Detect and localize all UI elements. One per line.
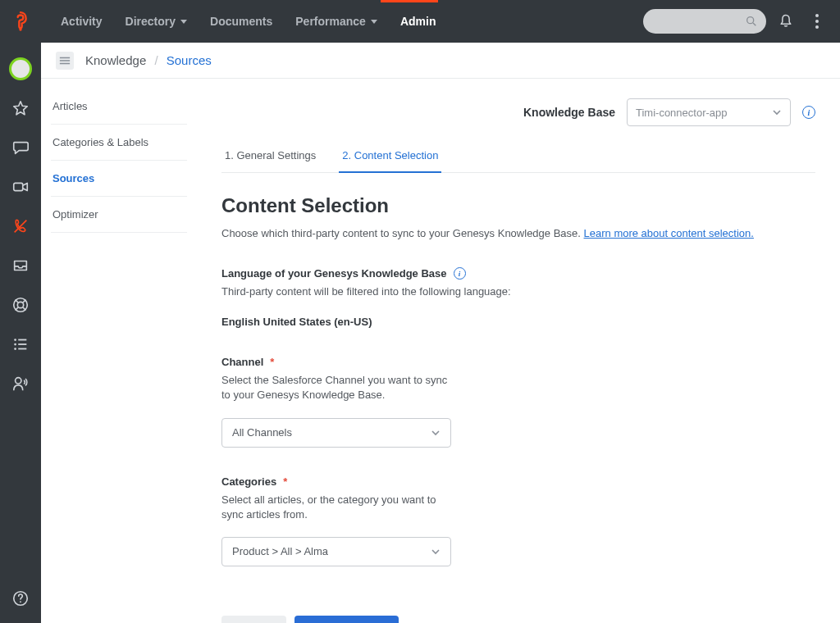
language-section: Language of your Genesys Knowledge Base …	[221, 267, 681, 328]
sidenav-articles[interactable]: Articles	[51, 89, 187, 125]
rail-list[interactable]	[6, 330, 35, 359]
rail-support[interactable]	[6, 290, 35, 320]
video-icon	[11, 178, 30, 196]
lifebuoy-icon	[11, 296, 30, 314]
tabs: 1. General Settings 2. Content Selection	[221, 139, 815, 173]
nav-label: Directory	[126, 15, 176, 28]
inbox-icon	[11, 257, 30, 275]
rail-person-voice[interactable]	[6, 369, 35, 398]
update-source-button[interactable]: Update Source	[294, 616, 399, 623]
chevron-down-icon	[180, 20, 187, 24]
sidenav-categories-labels[interactable]: Categories & Labels	[51, 125, 187, 161]
sidenav-toggle[interactable]	[56, 52, 74, 70]
channel-value: All Channels	[232, 426, 292, 439]
top-nav: Activity Directory Documents Performance…	[49, 0, 447, 43]
required-indicator: *	[283, 475, 287, 488]
rail-chat[interactable]	[6, 133, 35, 162]
categories-section: Categories * Select all articles, or the…	[221, 475, 681, 566]
svg-point-6	[17, 302, 23, 307]
required-indicator: *	[270, 356, 274, 368]
kb-row: Knowledge Base Timi-connector-app i	[221, 79, 815, 134]
sidenav-optimizer[interactable]: Optimizer	[51, 197, 187, 233]
svg-point-0	[19, 28, 21, 30]
rail-help[interactable]	[6, 584, 35, 613]
list-icon	[11, 335, 30, 353]
channel-label: Channel *	[221, 356, 681, 368]
chevron-down-icon	[772, 107, 782, 117]
subtext-text: Choose which third-party content to sync…	[221, 227, 584, 239]
nav-label: Admin	[400, 15, 436, 28]
tab-general-settings[interactable]: 1. General Settings	[221, 139, 319, 173]
label-text: Language of your Genesys Knowledge Base	[221, 267, 447, 280]
svg-rect-3	[14, 183, 23, 190]
svg-point-13	[14, 348, 16, 350]
categories-value: Product > All > Alma	[232, 545, 328, 557]
rail-inbox[interactable]	[6, 251, 35, 280]
page: Knowledge Base Timi-connector-app i 1. G…	[197, 79, 840, 623]
chevron-down-icon	[431, 428, 441, 438]
kb-select[interactable]: Timi-connector-app	[627, 98, 791, 126]
svg-point-12	[14, 343, 16, 346]
breadcrumb-sep: /	[154, 53, 158, 67]
page-title: Content Selection	[221, 194, 815, 217]
svg-point-17	[16, 378, 21, 384]
cancel-button[interactable]: Cancel	[221, 616, 286, 623]
rail-phone-off[interactable]	[6, 211, 35, 241]
left-rail	[0, 43, 41, 623]
more-menu-button[interactable]	[806, 10, 829, 33]
bell-icon	[778, 13, 794, 30]
channel-select[interactable]: All Channels	[221, 418, 451, 448]
categories-help: Select all articles, or the category you…	[221, 493, 451, 522]
rail-favorites[interactable]	[6, 93, 35, 123]
svg-point-11	[14, 339, 16, 341]
chat-icon	[11, 139, 30, 157]
nav-admin[interactable]: Admin	[389, 0, 448, 43]
phone-off-icon	[11, 217, 30, 235]
sidenav-sources[interactable]: Sources	[51, 161, 187, 197]
learn-more-link[interactable]: Learn more about content selection.	[584, 227, 754, 239]
language-value: English United States (en-US)	[221, 316, 681, 328]
breadcrumb: Knowledge / Sources	[85, 53, 212, 67]
channel-help: Select the Salesforce Channel you want t…	[221, 373, 451, 402]
avatar[interactable]	[6, 54, 35, 84]
main: Knowledge / Sources Articles Categories …	[41, 43, 840, 623]
language-info-button[interactable]: i	[454, 267, 466, 280]
breadcrumb-root[interactable]: Knowledge	[85, 53, 146, 67]
label-text: Channel	[221, 356, 263, 368]
chevron-down-icon	[371, 20, 377, 24]
nav-activity[interactable]: Activity	[49, 0, 114, 43]
tab-content-selection[interactable]: 2. Content Selection	[339, 139, 441, 173]
chevron-down-icon	[431, 547, 441, 557]
language-label: Language of your Genesys Knowledge Base …	[221, 267, 681, 280]
svg-line-2	[753, 23, 756, 25]
help-icon	[11, 589, 30, 607]
nav-performance[interactable]: Performance	[284, 0, 389, 43]
nav-documents[interactable]: Documents	[199, 0, 284, 43]
info-icon: i	[459, 270, 461, 278]
person-voice-icon	[11, 375, 30, 393]
svg-point-1	[747, 17, 754, 24]
hamburger-icon	[59, 56, 71, 66]
nav-label: Activity	[61, 15, 103, 28]
nav-directory[interactable]: Directory	[114, 0, 199, 43]
star-icon	[11, 99, 30, 117]
brand-logo[interactable]	[0, 10, 41, 33]
notifications-button[interactable]	[774, 10, 797, 33]
breadcrumb-bar: Knowledge / Sources	[41, 43, 840, 79]
categories-select[interactable]: Product > All > Alma	[221, 537, 451, 566]
kb-value: Timi-connector-app	[636, 107, 728, 119]
nav-label: Performance	[295, 15, 366, 28]
info-icon: i	[808, 108, 810, 117]
page-subtext: Choose which third-party content to sync…	[221, 227, 815, 239]
breadcrumb-leaf[interactable]: Sources	[167, 53, 212, 67]
rail-video[interactable]	[6, 172, 35, 202]
svg-point-19	[20, 601, 21, 603]
dots-vertical-icon	[815, 14, 819, 29]
channel-section: Channel * Select the Salesforce Channel …	[221, 356, 681, 447]
language-help: Third-party content will be filtered int…	[221, 284, 681, 299]
search-input[interactable]	[643, 9, 766, 34]
kb-info-button[interactable]: i	[802, 106, 815, 119]
kb-label: Knowledge Base	[523, 106, 615, 119]
search-icon	[745, 15, 758, 28]
topbar: Activity Directory Documents Performance…	[0, 0, 840, 43]
